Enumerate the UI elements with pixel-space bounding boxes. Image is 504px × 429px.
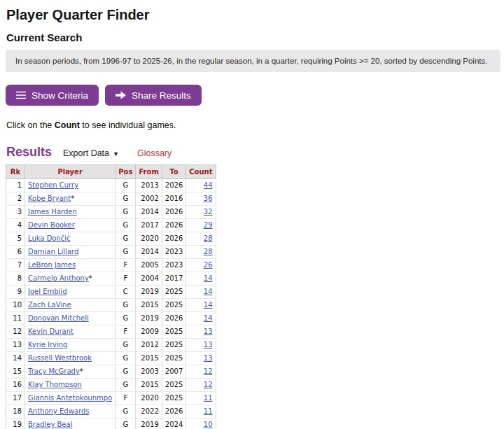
count-link[interactable]: 13 (204, 354, 213, 362)
player-link[interactable]: Kyrie Irving (28, 341, 67, 349)
rank-cell: 8 (6, 272, 25, 286)
count-link[interactable]: 10 (204, 421, 213, 428)
count-link[interactable]: 12 (204, 381, 213, 388)
glossary-link[interactable]: Glossary (137, 148, 172, 158)
show-criteria-button[interactable]: Show Criteria (6, 85, 99, 106)
count-link[interactable]: 44 (204, 181, 213, 189)
count-cell: 44 (186, 179, 216, 192)
header-rk[interactable]: Rk (6, 165, 25, 179)
player-link[interactable]: James Harden (28, 208, 77, 216)
count-link[interactable]: 13 (204, 328, 213, 335)
pos-cell: G (115, 299, 136, 312)
results-bar: Results Export Data▼ Glossary (6, 145, 504, 160)
from-cell: 2020 (136, 232, 162, 246)
table-row: 1 Stephen Curry G 2013 2026 44 (6, 179, 216, 192)
count-link[interactable]: 36 (204, 195, 213, 202)
pos-cell: G (115, 312, 136, 325)
header-from[interactable]: From (136, 165, 162, 179)
player-cell: Luka Dončić (25, 232, 115, 246)
count-cell: 10 (186, 419, 216, 429)
player-link[interactable]: LeBron James (28, 261, 76, 269)
to-cell: 2025 (162, 352, 186, 365)
rank-cell: 13 (6, 339, 25, 352)
count-cell: 12 (186, 379, 216, 392)
player-link[interactable]: Donovan Mitchell (28, 314, 89, 322)
table-row: 4 Devin Booker G 2017 2026 29 (6, 219, 216, 232)
header-pos[interactable]: Pos (115, 165, 136, 179)
from-cell: 2015 (136, 299, 162, 312)
player-link[interactable]: Tracy McGrady (28, 367, 80, 375)
to-cell: 2025 (162, 379, 186, 392)
table-row: 15 Tracy McGrady* G 2003 2007 12 (6, 365, 216, 379)
player-cell: Kevin Durant (25, 325, 115, 339)
count-link[interactable]: 26 (204, 261, 213, 269)
from-cell: 2015 (136, 352, 162, 365)
count-cell: 12 (186, 365, 216, 379)
player-link[interactable]: Kobe Bryant (28, 195, 71, 202)
count-link[interactable]: 12 (204, 367, 213, 375)
export-data-label: Export Data (63, 148, 109, 158)
count-link[interactable]: 28 (204, 234, 213, 242)
player-link[interactable]: Anthony Edwards (28, 407, 89, 415)
pos-cell: G (115, 219, 136, 232)
caret-down-icon: ▼ (113, 150, 119, 157)
count-cell: 26 (186, 259, 216, 272)
player-cell: Stephen Curry (25, 179, 115, 192)
player-link[interactable]: Zach LaVine (28, 301, 71, 309)
count-link[interactable]: 13 (204, 341, 213, 349)
to-cell: 2025 (162, 286, 186, 299)
to-cell: 2026 (162, 312, 186, 325)
rank-cell: 6 (6, 246, 25, 259)
to-cell: 2023 (162, 259, 186, 272)
player-cell: James Harden (25, 206, 115, 219)
count-link[interactable]: 14 (204, 288, 213, 295)
player-cell: Donovan Mitchell (25, 312, 115, 325)
count-link[interactable]: 11 (204, 394, 213, 402)
player-link[interactable]: Devin Booker (28, 221, 75, 229)
count-link[interactable]: 29 (204, 221, 213, 229)
from-cell: 2017 (136, 219, 162, 232)
player-link[interactable]: Luka Dončić (28, 234, 71, 242)
player-link[interactable]: Stephen Curry (28, 181, 78, 189)
from-cell: 2009 (136, 325, 162, 339)
header-player[interactable]: Player (25, 165, 115, 179)
rank-cell: 7 (6, 259, 25, 272)
rank-cell: 9 (6, 286, 25, 299)
pos-cell: G (115, 206, 136, 219)
share-arrow-icon (115, 91, 126, 99)
pos-cell: F (115, 259, 136, 272)
count-link[interactable]: 32 (204, 208, 213, 216)
player-link[interactable]: Joel Embiid (28, 288, 67, 295)
player-link[interactable]: Damian Lillard (28, 248, 78, 255)
count-cell: 11 (186, 405, 216, 419)
hof-asterisk: * (71, 195, 74, 202)
count-cell: 28 (186, 246, 216, 259)
table-row: 9 Joel Embiid C 2019 2025 14 (6, 286, 216, 299)
count-link[interactable]: 14 (204, 314, 213, 322)
count-link[interactable]: 14 (204, 301, 213, 309)
player-link[interactable]: Carmelo Anthony (28, 274, 89, 282)
pos-cell: F (115, 392, 136, 405)
rank-cell: 18 (6, 405, 25, 419)
count-link[interactable]: 11 (204, 407, 213, 415)
count-link[interactable]: 28 (204, 248, 213, 255)
export-data-dropdown[interactable]: Export Data▼ (63, 148, 119, 158)
header-count[interactable]: Count (186, 165, 216, 179)
pos-cell: G (115, 352, 136, 365)
rank-cell: 14 (6, 352, 25, 365)
player-link[interactable]: Bradley Beal (28, 421, 72, 428)
player-link[interactable]: Klay Thompson (28, 381, 82, 388)
player-link[interactable]: Kevin Durant (28, 328, 74, 335)
player-cell: Tracy McGrady* (25, 365, 115, 379)
from-cell: 2019 (136, 419, 162, 429)
player-cell: Russell Westbrook (25, 352, 115, 365)
results-heading: Results (6, 145, 52, 160)
player-link[interactable]: Giannis Antetokounmpo (28, 394, 112, 402)
count-link[interactable]: 14 (204, 274, 213, 282)
player-link[interactable]: Russell Westbrook (28, 354, 92, 362)
pos-cell: G (115, 419, 136, 429)
table-row: 3 James Harden G 2014 2026 32 (6, 206, 216, 219)
from-cell: 2012 (136, 339, 162, 352)
share-results-button[interactable]: Share Results (105, 85, 202, 106)
header-to[interactable]: To (162, 165, 186, 179)
